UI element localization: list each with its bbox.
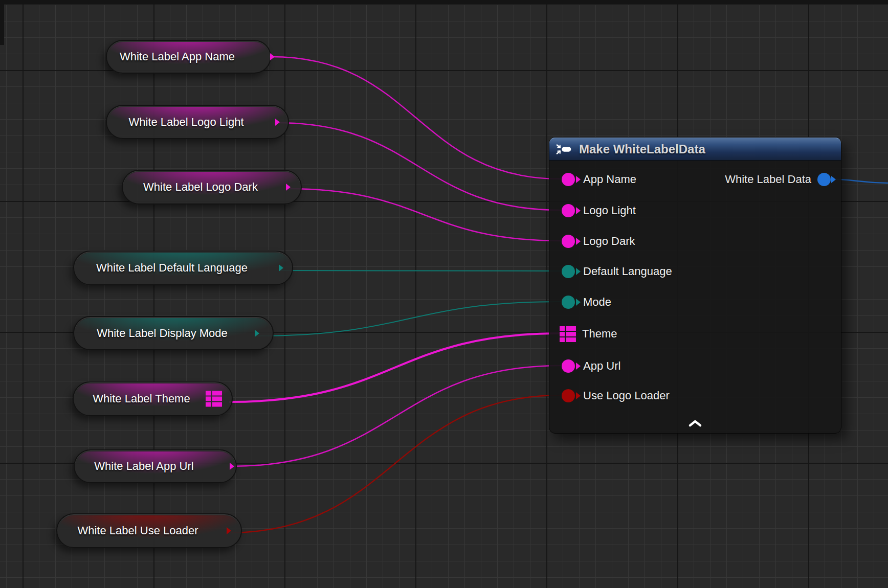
pin-label: App Url <box>583 359 620 373</box>
input-pin-string[interactable] <box>562 359 575 373</box>
variable-node-label: White Label Default Language <box>74 252 292 284</box>
variable-node-white-label-app-url[interactable]: White Label App Url <box>74 449 237 483</box>
make-node-title: Make WhiteLabelData <box>579 142 705 156</box>
make-node-header[interactable]: Make WhiteLabelData <box>549 138 841 161</box>
variable-node-label: White Label App Name <box>107 41 270 73</box>
wire[interactable] <box>271 57 561 179</box>
variable-node-white-label-display-mode[interactable]: White Label Display Mode <box>73 316 274 350</box>
pin-label: Use Logo Loader <box>583 389 670 402</box>
wire[interactable] <box>229 333 560 402</box>
variable-node-white-label-logo-light[interactable]: White Label Logo Light <box>106 105 289 139</box>
collapse-advanced-pins-button[interactable] <box>684 417 706 430</box>
pin-label: White Label Data <box>725 173 811 186</box>
wire[interactable] <box>231 366 561 466</box>
variable-node-label: White Label Display Mode <box>74 317 273 349</box>
pin-label: Mode <box>583 296 611 309</box>
input-row-theme: Theme <box>549 326 617 342</box>
variable-node-white-label-use-loader[interactable]: White Label Use Loader <box>56 513 242 548</box>
input-pin-struct-icon[interactable] <box>560 326 577 342</box>
variable-node-white-label-logo-dark[interactable]: White Label Logo Dark <box>122 170 302 205</box>
input-row-app-name: App Name <box>549 171 636 188</box>
input-row-app-url: App Url <box>549 358 620 374</box>
output-pin-struct-icon[interactable] <box>206 391 223 407</box>
input-pin-string[interactable] <box>562 173 575 186</box>
input-row-mode: Mode <box>549 294 611 310</box>
output-row-white-label-data: White Label Data <box>725 171 831 188</box>
variable-node-label: White Label Use Loader <box>57 514 241 547</box>
input-pin-string[interactable] <box>562 235 575 248</box>
wire[interactable] <box>280 270 561 271</box>
input-pin-string[interactable] <box>562 204 575 217</box>
input-row-logo-light: Logo Light <box>549 202 636 219</box>
chevron-up-icon <box>688 419 702 427</box>
input-pin-enum[interactable] <box>562 296 575 309</box>
pin-label: App Name <box>583 173 636 186</box>
blueprint-graph-canvas[interactable]: White Label App Name White Label Logo Li… <box>0 0 888 588</box>
output-pin-struct[interactable] <box>817 173 831 186</box>
pin-label: Theme <box>582 327 617 341</box>
input-pin-enum[interactable] <box>562 265 575 278</box>
input-pin-bool[interactable] <box>562 389 575 402</box>
input-row-logo-dark: Logo Dark <box>549 233 635 250</box>
variable-node-white-label-default-language[interactable]: White Label Default Language <box>73 251 293 285</box>
top-edge-shade <box>0 0 888 5</box>
wire[interactable] <box>256 302 561 336</box>
variable-node-label: White Label Logo Dark <box>123 171 301 203</box>
wire[interactable] <box>287 189 561 241</box>
pin-label: Logo Light <box>583 204 636 217</box>
variable-node-white-label-app-name[interactable]: White Label App Name <box>106 40 271 74</box>
wire[interactable] <box>276 123 561 210</box>
make-whitelabeldata-node[interactable]: Make WhiteLabelData App Name Logo Light … <box>549 137 841 434</box>
make-struct-icon <box>556 143 574 156</box>
input-row-default-language: Default Language <box>549 263 672 280</box>
variable-node-label: White Label App Url <box>75 450 236 482</box>
variable-node-white-label-theme[interactable]: White Label Theme <box>73 381 233 416</box>
pin-label: Default Language <box>583 265 672 278</box>
input-row-use-logo-loader: Use Logo Loader <box>549 388 670 404</box>
pin-label: Logo Dark <box>583 235 635 248</box>
left-edge-shade <box>0 0 4 45</box>
wire[interactable] <box>228 395 561 533</box>
variable-node-label: White Label Logo Light <box>107 106 288 138</box>
